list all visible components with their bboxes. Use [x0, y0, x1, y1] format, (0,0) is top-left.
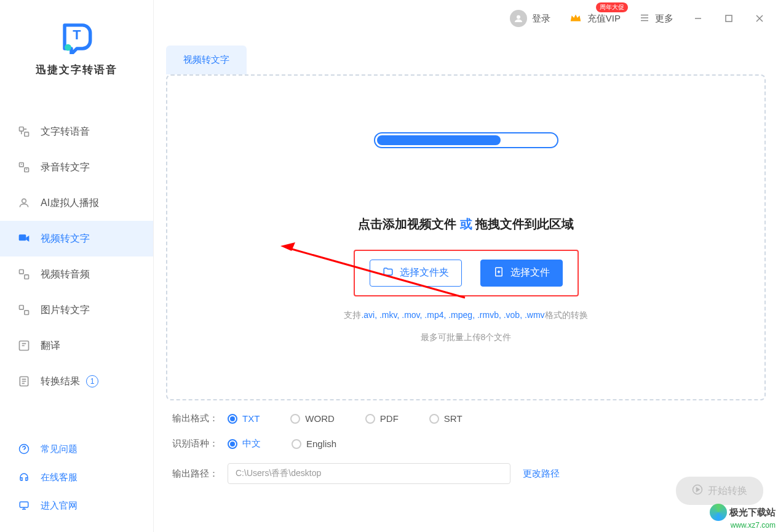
svg-rect-3	[25, 132, 29, 137]
language-row: 识别语种： 中文 English	[172, 438, 760, 450]
help-icon	[17, 442, 31, 456]
svg-point-6	[22, 199, 26, 203]
drop-text-or: 或	[460, 217, 472, 231]
lang-radio-zh[interactable]: 中文	[228, 438, 261, 450]
titlebar: 登录 充值VIP 周年大促 更多	[154, 0, 778, 37]
sidebar-item-video-to-text[interactable]: 视频转文字	[0, 221, 153, 256]
video-to-audio-icon	[17, 268, 31, 281]
sidebar-item-audio-to-text[interactable]: 录音转文字	[0, 149, 153, 185]
sidebar-item-results[interactable]: 转换结果 1	[0, 363, 153, 399]
button-row-highlight: 选择文件夹 选择文件	[354, 250, 579, 296]
sidebar-item-image-to-text[interactable]: 图片转文字	[0, 292, 153, 328]
radio-icon	[365, 414, 375, 424]
select-file-label: 选择文件	[510, 266, 550, 279]
radio-icon	[292, 439, 301, 449]
svg-text:T: T	[73, 27, 81, 42]
support-link[interactable]: 在线客服	[0, 463, 153, 491]
website-link[interactable]: 进入官网	[0, 491, 153, 520]
svg-rect-7	[19, 234, 26, 240]
faq-link[interactable]: 常见问题	[0, 435, 153, 463]
sidebar-item-text-to-speech[interactable]: 文字转语音	[0, 114, 153, 149]
sidebar-item-label: 文字转语音	[41, 125, 90, 138]
bottom-link-label: 常见问题	[41, 443, 77, 455]
menu-icon	[639, 12, 650, 25]
progress-indicator	[374, 132, 558, 148]
avatar-icon	[510, 10, 527, 27]
watermark-text: 极光下载站	[729, 507, 776, 518]
sidebar-item-ai-avatar[interactable]: AI虚拟人播报	[0, 185, 153, 221]
progress-fill	[377, 135, 501, 145]
path-label: 输出路径：	[172, 468, 228, 480]
svg-rect-5	[25, 168, 29, 172]
select-folder-label: 选择文件夹	[400, 266, 449, 279]
login-button[interactable]: 登录	[510, 10, 550, 27]
more-button[interactable]: 更多	[639, 12, 673, 25]
bottom-links: 常见问题 在线客服 进入官网	[0, 435, 153, 532]
format-radio-srt[interactable]: SRT	[429, 413, 462, 424]
start-label: 开始转换	[708, 485, 747, 498]
image-to-text-icon	[17, 303, 31, 317]
svg-rect-2	[20, 127, 24, 132]
hint-extensions: .avi, .mkv, .mov, .mp4, .mpeg, .rmvb, .v…	[361, 310, 544, 320]
svg-rect-15	[20, 502, 28, 507]
radio-label: 中文	[242, 438, 261, 450]
file-add-icon	[493, 266, 504, 280]
app-logo-icon: T	[59, 18, 95, 54]
svg-rect-10	[20, 306, 24, 310]
svg-rect-11	[25, 311, 29, 315]
lang-radio-group: 中文 English	[228, 438, 336, 450]
vip-promo-badge: 周年大促	[596, 2, 628, 12]
drop-text: 点击添加视频文件 或 拖拽文件到此区域	[358, 216, 574, 232]
radio-icon	[429, 414, 439, 424]
crown-icon	[569, 11, 582, 26]
svg-rect-9	[25, 275, 29, 279]
svg-point-1	[65, 44, 71, 51]
radio-icon	[228, 414, 237, 424]
tab-video-to-text[interactable]: 视频转文字	[166, 46, 247, 74]
monitor-icon	[17, 499, 31, 512]
format-radio-word[interactable]: WORD	[290, 413, 335, 424]
sidebar-item-label: AI虚拟人播报	[41, 197, 99, 210]
translate-icon	[17, 339, 31, 352]
format-radio-pdf[interactable]: PDF	[365, 413, 399, 424]
more-label: 更多	[655, 13, 673, 25]
play-icon	[692, 484, 703, 498]
select-file-button[interactable]: 选择文件	[480, 260, 563, 287]
sidebar-item-label: 视频转音频	[41, 268, 90, 281]
change-path-link[interactable]: 更改路径	[523, 468, 560, 480]
bottom-link-label: 在线客服	[41, 472, 77, 483]
radio-label: TXT	[242, 413, 260, 424]
drop-text-post: 拖拽文件到此区域	[475, 217, 574, 231]
vip-label: 充值VIP	[587, 13, 621, 25]
results-icon	[17, 375, 31, 388]
sidebar-item-translate[interactable]: 翻译	[0, 328, 153, 363]
folder-icon	[383, 266, 394, 280]
format-label: 输出格式：	[172, 413, 228, 424]
max-hint: 最多可批量上传8个文件	[421, 332, 512, 343]
lang-radio-en[interactable]: English	[292, 438, 336, 450]
login-label: 登录	[532, 13, 550, 25]
close-button[interactable]	[753, 12, 766, 25]
watermark-url: www.xz7.com	[710, 521, 776, 530]
start-convert-button[interactable]: 开始转换	[676, 477, 763, 505]
sidebar-item-video-to-audio[interactable]: 视频转音频	[0, 256, 153, 292]
format-radio-txt[interactable]: TXT	[228, 413, 260, 424]
radio-label: WORD	[305, 413, 335, 424]
app-name: 迅捷文字转语音	[0, 63, 153, 77]
output-path-row: 输出路径： 更改路径	[172, 463, 760, 484]
drop-zone[interactable]: 点击添加视频文件 或 拖拽文件到此区域 选择文件夹 选择文件 支持.avi, .…	[166, 74, 766, 400]
vip-button[interactable]: 充值VIP 周年大促	[569, 11, 621, 26]
svg-rect-17	[726, 15, 732, 22]
minimize-button[interactable]	[692, 12, 704, 25]
sidebar-item-label: 视频转文字	[41, 232, 90, 245]
select-folder-button[interactable]: 选择文件夹	[370, 260, 462, 287]
radio-icon	[290, 414, 300, 424]
sidebar: T 迅捷文字转语音 文字转语音 录音转文字 AI虚拟人播报 视频转文字	[0, 0, 154, 532]
audio-to-text-icon	[17, 161, 31, 174]
hint-post: 格式的转换	[545, 310, 588, 320]
svg-point-16	[517, 15, 520, 19]
hint-pre: 支持	[344, 310, 361, 320]
path-input[interactable]	[228, 463, 510, 484]
radio-label: English	[306, 439, 336, 449]
maximize-button[interactable]	[723, 12, 735, 25]
